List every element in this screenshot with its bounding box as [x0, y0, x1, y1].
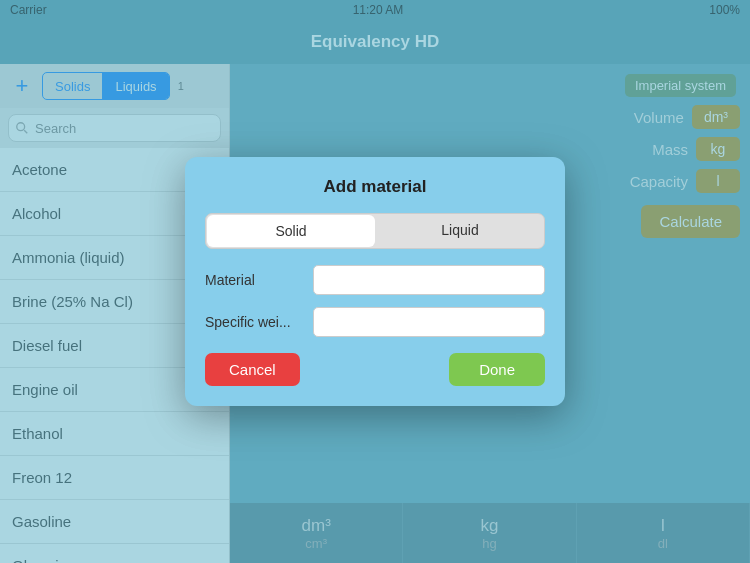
modal-overlay: Add material Solid Liquid Material Speci… [0, 0, 750, 563]
add-material-modal: Add material Solid Liquid Material Speci… [185, 157, 565, 406]
cancel-button[interactable]: Cancel [205, 353, 300, 386]
segment-control: Solid Liquid [205, 213, 545, 249]
material-row: Material [205, 265, 545, 295]
segment-liquid[interactable]: Liquid [376, 214, 544, 246]
done-button[interactable]: Done [449, 353, 545, 386]
specific-weight-row: Specific wei... [205, 307, 545, 337]
specific-weight-label: Specific wei... [205, 314, 305, 330]
material-input[interactable] [313, 265, 545, 295]
specific-weight-input[interactable] [313, 307, 545, 337]
material-label: Material [205, 272, 305, 288]
segment-solid[interactable]: Solid [207, 215, 375, 247]
modal-title: Add material [205, 177, 545, 197]
modal-actions: Cancel Done [205, 353, 545, 386]
